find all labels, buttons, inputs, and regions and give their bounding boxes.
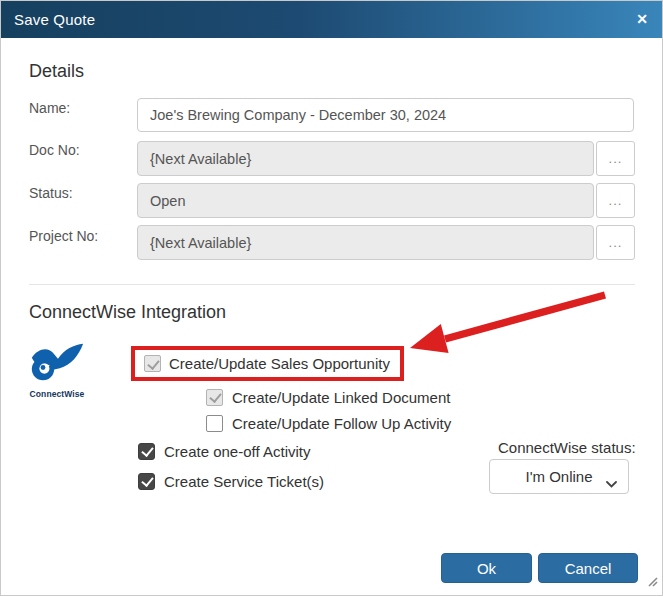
- doc-no-field: {Next Available}: [137, 141, 594, 176]
- resize-grip-icon[interactable]: [646, 573, 658, 591]
- ok-button[interactable]: Ok: [441, 553, 532, 583]
- save-quote-dialog: Save Quote ✕ Details Name: Doc No: {Next…: [0, 0, 663, 596]
- details-heading: Details: [29, 61, 84, 82]
- project-no-label: Project No:: [29, 228, 98, 244]
- status-field: Open: [137, 183, 594, 218]
- connectwise-status-label: ConnectWise status:: [498, 439, 636, 456]
- create-update-linked-document-checkbox: [206, 389, 223, 406]
- doc-no-label: Doc No:: [29, 142, 80, 158]
- connectwise-logo: ConnectWise: [28, 342, 86, 399]
- checkbox-label: Create one-off Activity: [164, 443, 310, 460]
- checkbox-label: Create Service Ticket(s): [164, 473, 324, 490]
- connectwise-integration-heading: ConnectWise Integration: [29, 302, 226, 323]
- section-divider: [29, 284, 635, 285]
- project-no-field: {Next Available}: [137, 225, 594, 260]
- connectwise-wordmark: ConnectWise: [28, 389, 86, 399]
- create-update-sales-opportunity-checkbox: [144, 355, 161, 372]
- create-update-follow-up-activity-checkbox[interactable]: [206, 415, 223, 432]
- follow-up-activity-row[interactable]: Create/Update Follow Up Activity: [206, 413, 451, 433]
- doc-no-browse-button[interactable]: ...: [596, 141, 635, 176]
- close-icon[interactable]: ✕: [636, 10, 648, 28]
- checkbox-label: Create/Update Follow Up Activity: [232, 415, 451, 432]
- sales-opportunity-highlight: Create/Update Sales Opportunity: [131, 346, 404, 381]
- dialog-titlebar: Save Quote: [1, 1, 663, 38]
- connectwise-status-select[interactable]: I'm Online: [489, 459, 629, 494]
- status-label: Status:: [29, 185, 73, 201]
- service-ticket-row[interactable]: Create Service Ticket(s): [138, 471, 324, 491]
- create-service-ticket-checkbox[interactable]: [138, 473, 155, 490]
- annotation-arrow-icon: [396, 285, 616, 365]
- linked-document-row: Create/Update Linked Document: [206, 387, 450, 407]
- status-browse-button[interactable]: ...: [596, 183, 635, 218]
- name-label: Name:: [29, 100, 70, 116]
- name-input[interactable]: [137, 98, 634, 132]
- connectwise-owl-icon: [29, 370, 85, 387]
- checkbox-label: Create/Update Sales Opportunity: [169, 355, 390, 372]
- checkbox-label: Create/Update Linked Document: [232, 389, 450, 406]
- cancel-button[interactable]: Cancel: [538, 553, 638, 583]
- one-off-activity-row[interactable]: Create one-off Activity: [138, 441, 310, 461]
- create-one-off-activity-checkbox[interactable]: [138, 443, 155, 460]
- project-no-browse-button[interactable]: ...: [596, 225, 635, 260]
- connectwise-status-value: I'm Online: [525, 468, 592, 485]
- chevron-down-icon: [606, 474, 617, 492]
- dialog-title: Save Quote: [1, 11, 95, 28]
